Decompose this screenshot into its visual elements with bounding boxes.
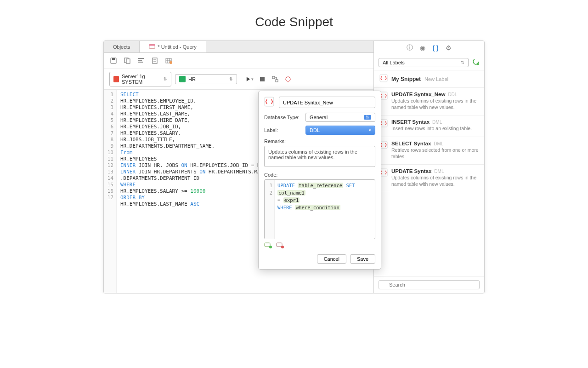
refresh-snippet-icon[interactable] [472, 58, 480, 67]
snippet-name-input[interactable] [279, 97, 375, 108]
snippet-tag: DML [434, 169, 444, 174]
cancel-button[interactable]: Cancel [317, 254, 346, 264]
dialog-icon [264, 97, 274, 108]
line-gutter: 1234567891011121314151617 [104, 90, 117, 293]
snippet-header: My Snippet New Label [374, 70, 484, 88]
snippet-item[interactable]: UPDATE Syntax_NewDDL Updates columns of … [374, 88, 484, 115]
search-row [374, 276, 484, 293]
snippet-tag: DML [434, 141, 443, 146]
label-select[interactable]: DDL ▾ [305, 126, 375, 135]
db-type-value: General [310, 115, 328, 120]
svg-rect-5 [126, 59, 130, 63]
chevron-updown-icon: ⇅ [164, 77, 167, 81]
snippet-desc: Updates columns of existing rows in the … [391, 175, 479, 187]
side-panel: ⓘ ◉ ( ) ⚙ All Labels ⇅ My Snippet New La… [374, 41, 484, 293]
snippet-header-sublabel: New Label [424, 76, 448, 82]
svg-rect-10 [272, 76, 275, 79]
labels-dd-text: All Labels [383, 60, 405, 65]
svg-rect-1 [149, 44, 155, 46]
snippet-tag: DDL [448, 92, 457, 97]
eye-tab-icon[interactable]: ◉ [418, 44, 427, 52]
save-button[interactable]: Save [350, 254, 375, 264]
svg-point-13 [477, 63, 479, 65]
snippet-title: SELECT Syntax [391, 141, 431, 146]
snippet-title: UPDATE Syntax [391, 168, 431, 174]
connection-row: Server11g-SYSTEM ⇅ HR ⇅ ▾ [104, 69, 373, 90]
svg-rect-6 [153, 58, 157, 63]
label-label: Label: [264, 127, 305, 133]
side-tab-bar: ⓘ ◉ ( ) ⚙ [374, 41, 484, 55]
svg-rect-11 [276, 80, 278, 82]
format-icon[interactable] [137, 57, 145, 65]
tab-query[interactable]: * Untitled - Query [140, 41, 206, 52]
debug-icon[interactable] [284, 75, 292, 83]
tab-bar: Objects * Untitled - Query [104, 41, 373, 53]
svg-point-8 [170, 61, 172, 64]
snippet-list: UPDATE Syntax_NewDDL Updates columns of … [374, 88, 484, 276]
labels-row: All Labels ⇅ [374, 55, 484, 70]
snippet-item[interactable]: INSERT SyntaxDML Insert new rows into an… [374, 115, 484, 137]
svg-rect-22 [277, 243, 282, 247]
svg-point-23 [281, 246, 284, 248]
snippet-header-title: My Snippet [391, 76, 421, 82]
search-input[interactable] [379, 280, 480, 289]
snippet-item[interactable]: SELECT SyntaxDML Retrieve rows selected … [374, 137, 484, 165]
svg-point-21 [269, 246, 272, 248]
chevron-down-icon: ▾ [369, 128, 371, 132]
labels-dropdown[interactable]: All Labels ⇅ [379, 58, 469, 67]
svg-rect-20 [265, 243, 270, 247]
snippet-header-icon [379, 74, 388, 84]
snippet-tag: DML [432, 120, 442, 125]
db-type-select[interactable]: General ⇅ [305, 113, 375, 122]
oracle-icon [113, 76, 119, 82]
db-type-label: Database Type: [264, 115, 305, 120]
chevron-updown-icon: ⇅ [229, 77, 233, 81]
svg-rect-3 [112, 58, 115, 60]
snippet-edit-dialog: Database Type: General ⇅ Label: DDL ▾ Re… [258, 91, 381, 270]
snippet-tab-icon[interactable]: ( ) [431, 44, 440, 52]
tab-objects[interactable]: Objects [104, 41, 140, 52]
query-tab-icon [149, 43, 155, 51]
new-query-icon[interactable] [151, 57, 159, 65]
page-title: Code Snippet [0, 15, 588, 29]
remove-placeholder-icon[interactable] [276, 242, 284, 250]
label-value: DDL [310, 127, 320, 133]
database-dropdown[interactable]: HR ⇅ [175, 74, 237, 84]
copy-icon[interactable] [123, 57, 131, 65]
database-name: HR [188, 76, 196, 82]
code-editor[interactable]: 12 UPDATE table_reference SET col_name1 … [264, 179, 375, 239]
snippet-title: INSERT Syntax [391, 119, 430, 125]
add-placeholder-icon[interactable] [264, 242, 272, 250]
code-gutter: 12 [265, 180, 275, 239]
chevron-updown-icon: ⇅ [461, 60, 464, 65]
chevron-updown-icon: ⇅ [364, 115, 371, 120]
code-body[interactable]: UPDATE table_reference SET col_name1 = e… [275, 180, 375, 239]
database-icon [179, 76, 186, 82]
main-toolbar [104, 53, 373, 69]
snippet-desc: Updates columns of existing rows in the … [391, 98, 479, 110]
gear-tab-icon[interactable]: ⚙ [444, 44, 452, 52]
remarks-label: Remarks: [264, 138, 375, 144]
code-label: Code: [264, 172, 375, 178]
save-icon[interactable] [109, 57, 118, 65]
info-tab-icon[interactable]: ⓘ [406, 44, 414, 52]
app-window: Objects * Untitled - Query Server11g-SYS… [103, 40, 485, 293]
snippet-item[interactable]: UPDATE SyntaxDML Updates columns of exis… [374, 165, 484, 192]
stop-icon[interactable] [258, 75, 266, 83]
explain-icon[interactable] [271, 75, 279, 83]
server-dropdown[interactable]: Server11g-SYSTEM ⇅ [109, 72, 171, 86]
snippet-desc: Insert new rows into an existing table. [391, 126, 472, 132]
tab-query-label: * Untitled - Query [158, 44, 196, 50]
snippet-title: UPDATE Syntax_New [391, 92, 445, 97]
remarks-textarea[interactable] [264, 146, 375, 167]
table-icon[interactable] [164, 57, 173, 65]
server-name: Server11g-SYSTEM [122, 74, 161, 85]
snippet-desc: Retrieve rows selected from one or more … [391, 147, 479, 160]
svg-rect-9 [260, 77, 265, 81]
run-icon[interactable]: ▾ [245, 75, 254, 83]
